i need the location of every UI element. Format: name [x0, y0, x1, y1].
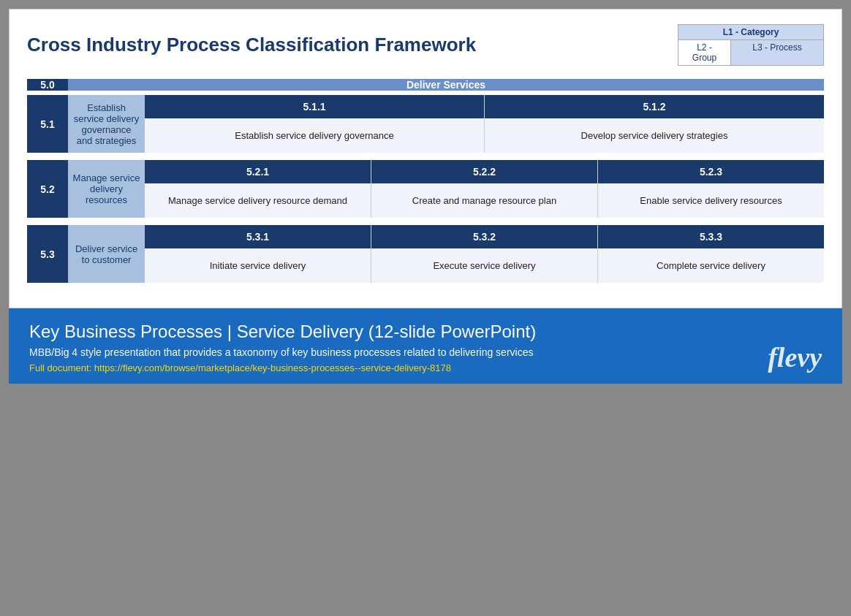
footer-title: Key Business Processes | Service Deliver…	[29, 322, 753, 342]
group-5-3-processes: 5.3.1 Initiate service delivery 5.3.2 Ex…	[145, 225, 824, 283]
process-name-5-1-1: Establish service delivery governance	[145, 118, 484, 153]
group-5-3-label: Deliver service to customer	[68, 225, 145, 283]
process-col-5-1-2: 5.1.2 Develop service delivery strategie…	[484, 95, 824, 153]
process-name-5-3-3: Complete service delivery	[598, 248, 824, 283]
legend-l1: L1 - Category	[678, 25, 823, 40]
footer-title-bold: Key Business Processes | Service Deliver…	[29, 322, 363, 341]
group-5-1-table: 5.1 Establish service delivery governanc…	[27, 95, 824, 153]
process-name-5-3-2: Execute service delivery	[371, 248, 597, 283]
process-id-5-3-3: 5.3.3	[598, 225, 824, 248]
process-id-5-2-3: 5.2.3	[598, 160, 824, 183]
group-5-3-number: 5.3	[27, 225, 68, 283]
group-5-2-table: 5.2 Manage service delivery resources 5.…	[27, 160, 824, 218]
footer-bar: Key Business Processes | Service Deliver…	[9, 308, 842, 384]
main-card: Cross Industry Process Classification Fr…	[9, 9, 842, 308]
category-label: Deliver Services	[68, 79, 824, 91]
outer-wrapper: Cross Industry Process Classification Fr…	[0, 0, 851, 392]
legend-box: L1 - Category L2 - Group L3 - Process	[678, 24, 824, 66]
process-name-5-1-2: Develop service delivery strategies	[485, 118, 824, 153]
section-5-2: 5.2 Manage service delivery resources 5.…	[27, 160, 824, 218]
group-5-3-row: 5.3 Deliver service to customer 5.3.1 In…	[27, 225, 824, 283]
group-5-2-label: Manage service delivery resources	[68, 160, 145, 218]
group-5-1-row: 5.1 Establish service delivery governanc…	[27, 95, 824, 153]
process-name-5-3-1: Initiate service delivery	[145, 248, 371, 283]
process-name-5-2-1: Manage service delivery resource demand	[145, 183, 371, 218]
header-row: Cross Industry Process Classification Fr…	[27, 24, 824, 66]
process-id-5-3-2: 5.3.2	[371, 225, 597, 248]
legend-l3: L3 - Process	[731, 40, 823, 65]
footer-title-normal: (12-slide PowerPoint)	[363, 322, 536, 341]
footer-logo: flevy	[768, 341, 822, 373]
process-id-5-2-2: 5.2.2	[371, 160, 597, 183]
footer-right: flevy	[753, 341, 822, 373]
section-5-1: 5.1 Establish service delivery governanc…	[27, 95, 824, 153]
process-col-5-2-1: 5.2.1 Manage service delivery resource d…	[145, 160, 371, 218]
legend-bottom-row: L2 - Group L3 - Process	[678, 40, 823, 65]
process-cols-5-2: 5.2.1 Manage service delivery resource d…	[145, 160, 824, 218]
process-name-5-2-2: Create and manage resource plan	[371, 183, 597, 218]
process-name-5-2-3: Enable service delivery resources	[598, 183, 824, 218]
footer-desc: MBB/Big 4 style presentation that provid…	[29, 346, 629, 358]
group-5-2-row: 5.2 Manage service delivery resources 5.…	[27, 160, 824, 218]
group-5-3-table: 5.3 Deliver service to customer 5.3.1 In…	[27, 225, 824, 283]
section-5-3: 5.3 Deliver service to customer 5.3.1 In…	[27, 225, 824, 283]
group-5-2-processes: 5.2.1 Manage service delivery resource d…	[145, 160, 824, 218]
group-5-1-number: 5.1	[27, 95, 68, 153]
group-5-1-label: Establish service delivery governance an…	[68, 95, 145, 153]
process-col-5-3-2: 5.3.2 Execute service delivery	[371, 225, 597, 283]
process-col-5-2-2: 5.2.2 Create and manage resource plan	[371, 160, 597, 218]
process-col-5-3-3: 5.3.3 Complete service delivery	[597, 225, 824, 283]
footer-left: Key Business Processes | Service Deliver…	[29, 322, 753, 373]
process-cols-5-1: 5.1.1 Establish service delivery governa…	[145, 95, 824, 153]
framework-table: 5.0 Deliver Services	[27, 79, 824, 91]
process-col-5-2-3: 5.2.3 Enable service delivery resources	[597, 160, 824, 218]
process-cols-5-3: 5.3.1 Initiate service delivery 5.3.2 Ex…	[145, 225, 824, 283]
group-5-1-processes: 5.1.1 Establish service delivery governa…	[145, 95, 824, 153]
category-header-row: 5.0 Deliver Services	[27, 79, 824, 91]
process-id-5-3-1: 5.3.1	[145, 225, 371, 248]
footer-inner: Key Business Processes | Service Deliver…	[29, 322, 822, 373]
main-title: Cross Industry Process Classification Fr…	[27, 34, 476, 56]
process-id-5-2-1: 5.2.1	[145, 160, 371, 183]
legend-l2: L2 - Group	[678, 40, 731, 65]
process-col-5-1-1: 5.1.1 Establish service delivery governa…	[145, 95, 484, 153]
category-number: 5.0	[27, 79, 68, 91]
process-id-5-1-2: 5.1.2	[485, 95, 824, 118]
group-5-2-number: 5.2	[27, 160, 68, 218]
footer-link[interactable]: Full document: https://flevy.com/browse/…	[29, 362, 753, 373]
process-col-5-3-1: 5.3.1 Initiate service delivery	[145, 225, 371, 283]
process-id-5-1-1: 5.1.1	[145, 95, 484, 118]
